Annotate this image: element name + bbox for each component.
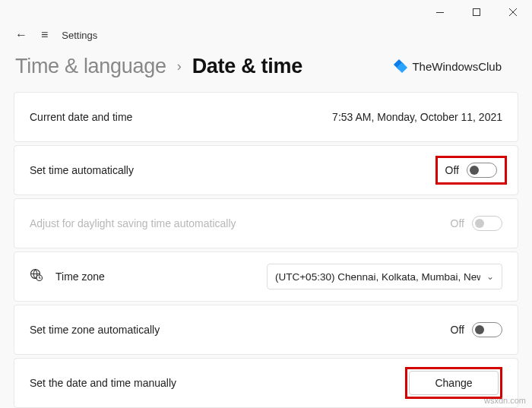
chevron-down-icon: ⌄ xyxy=(486,271,494,282)
change-button[interactable]: Change xyxy=(409,371,499,395)
current-datetime-card: Current date and time 7:53 AM, Monday, O… xyxy=(14,92,518,142)
set-time-auto-label: Set time automatically xyxy=(30,164,134,176)
menu-icon[interactable]: ≡ xyxy=(41,28,48,42)
breadcrumb-parent[interactable]: Time & language xyxy=(15,55,166,78)
minimize-button[interactable] xyxy=(423,0,458,24)
header-row: ← ≡ Settings xyxy=(0,24,532,46)
current-datetime-label: Current date and time xyxy=(30,111,132,123)
dst-state: Off xyxy=(451,217,464,229)
app-title: Settings xyxy=(62,30,97,41)
dst-toggle-wrap: Off xyxy=(451,216,502,231)
settings-list: Current date and time 7:53 AM, Monday, O… xyxy=(0,78,532,408)
manual-datetime-label: Set the date and time manually xyxy=(30,377,176,389)
brand-logo: TheWindowsClub xyxy=(395,60,502,73)
watermark: wsxdn.com xyxy=(484,396,526,405)
manual-datetime-card: Set the date and time manually Change xyxy=(14,358,518,408)
set-tz-auto-card: Set time zone automatically Off xyxy=(14,305,518,355)
brand-icon xyxy=(395,61,407,73)
timezone-label: Time zone xyxy=(55,270,105,283)
window-titlebar xyxy=(0,0,532,24)
set-tz-auto-toggle[interactable] xyxy=(472,322,502,337)
set-tz-auto-label: Set time zone automatically xyxy=(30,324,160,336)
set-tz-auto-state: Off xyxy=(451,324,464,336)
timezone-card: Time zone (UTC+05:30) Chennai, Kolkata, … xyxy=(14,251,518,302)
brand-text: TheWindowsClub xyxy=(412,60,502,73)
chevron-right-icon: › xyxy=(177,59,182,74)
back-icon[interactable]: ← xyxy=(15,28,27,42)
timezone-select[interactable]: (UTC+05:30) Chennai, Kolkata, Mumbai, Ne… xyxy=(267,264,502,289)
svg-rect-0 xyxy=(436,12,444,13)
svg-rect-1 xyxy=(473,9,480,16)
set-tz-auto-wrap: Off xyxy=(451,322,502,337)
set-time-auto-toggle[interactable] xyxy=(467,163,497,178)
highlight-change: Change xyxy=(405,367,502,399)
set-time-auto-state: Off xyxy=(445,164,459,176)
breadcrumb: Time & language › Date & time TheWindows… xyxy=(0,46,532,78)
globe-icon xyxy=(30,268,43,285)
current-datetime-value: 7:53 AM, Monday, October 11, 2021 xyxy=(332,111,502,123)
set-time-auto-card: Set time automatically Off xyxy=(14,145,518,195)
close-button[interactable] xyxy=(496,0,530,24)
maximize-button[interactable] xyxy=(459,0,494,24)
breadcrumb-current: Date & time xyxy=(192,55,302,78)
highlight-toggle: Off xyxy=(435,156,507,185)
timezone-selected: (UTC+05:30) Chennai, Kolkata, Mumbai, Ne… xyxy=(275,271,480,283)
dst-toggle xyxy=(472,216,502,231)
dst-card: Adjust for daylight saving time automati… xyxy=(14,198,518,248)
dst-label: Adjust for daylight saving time automati… xyxy=(30,217,236,229)
